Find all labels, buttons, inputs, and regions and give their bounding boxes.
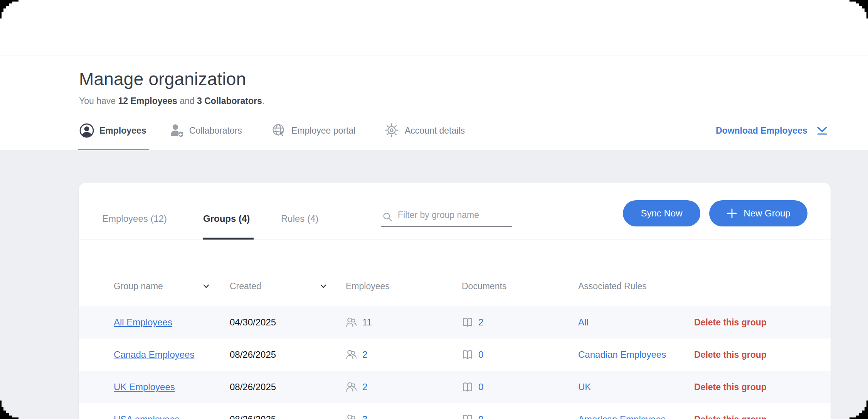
documents-count-link[interactable]: 0 xyxy=(478,382,483,392)
employees-count-link[interactable]: 2 xyxy=(362,349,367,360)
column-header-group-name: Group name xyxy=(114,281,163,291)
created-date: 04/30/2025 xyxy=(230,317,276,328)
group-name-link[interactable]: USA employees xyxy=(114,414,180,419)
employees-count-text: 12 Employees xyxy=(118,96,177,106)
book-icon xyxy=(462,317,473,328)
delete-group-button[interactable]: Delete this group xyxy=(694,414,767,419)
people-icon xyxy=(346,414,357,419)
documents-count-link[interactable]: 0 xyxy=(478,414,483,419)
groups-card: Employees (12) Groups (4) Rules (4) Sync… xyxy=(79,183,831,419)
created-date: 08/26/2025 xyxy=(230,414,276,419)
group-name-link[interactable]: UK Employees xyxy=(114,382,175,392)
new-group-button[interactable]: New Group xyxy=(709,200,807,226)
subtitle-text: . xyxy=(262,96,264,106)
page-title: Manage organization xyxy=(79,68,246,90)
table-header-row: Group name Created Employees Documents A… xyxy=(79,266,831,306)
employees-cell: 2 xyxy=(346,349,367,360)
globe-cursor-icon xyxy=(271,123,286,138)
delete-group-button[interactable]: Delete this group xyxy=(694,317,767,328)
group-name-link[interactable]: Canada Employees xyxy=(114,349,194,360)
documents-cell: 0 xyxy=(462,381,483,393)
delete-group-button[interactable]: Delete this group xyxy=(694,350,767,360)
table-row: UK Employees 08/26/2025 2 0 UK Delete th… xyxy=(79,371,831,403)
tab-label: Collaborators xyxy=(189,126,242,136)
group-filter xyxy=(381,206,512,227)
employees-count-link[interactable]: 2 xyxy=(362,382,367,392)
new-group-label: New Group xyxy=(744,208,790,219)
tab-employees[interactable]: Employees xyxy=(79,119,146,142)
group-name-link[interactable]: All Employees xyxy=(114,317,172,328)
sync-now-button[interactable]: Sync Now xyxy=(623,200,700,226)
tab-employee-portal[interactable]: Employee portal xyxy=(271,119,355,142)
documents-cell: 2 xyxy=(462,317,483,328)
documents-count-link[interactable]: 2 xyxy=(478,317,483,328)
tab-account-details[interactable]: Account details xyxy=(384,119,465,142)
employees-cell: 2 xyxy=(346,381,367,393)
people-icon xyxy=(346,349,357,360)
documents-count-link[interactable]: 0 xyxy=(478,349,483,360)
employees-cell: 11 xyxy=(346,317,372,328)
download-icon xyxy=(816,125,828,136)
tab-collaborators[interactable]: Collaborators xyxy=(170,119,242,142)
corner-tear-mark xyxy=(0,400,19,419)
created-date: 08/26/2025 xyxy=(230,349,276,360)
download-label: Download Employees xyxy=(716,126,807,136)
documents-cell: 0 xyxy=(462,414,483,419)
book-icon xyxy=(462,414,473,419)
delete-group-button[interactable]: Delete this group xyxy=(694,382,767,392)
search-icon xyxy=(382,212,393,224)
card-tab-rules[interactable]: Rules (4) xyxy=(281,213,318,225)
employees-cell: 3 xyxy=(346,414,367,419)
associated-rules-link[interactable]: American Employees xyxy=(578,414,666,419)
card-tab-groups[interactable]: Groups (4) xyxy=(203,213,250,225)
people-icon xyxy=(346,317,357,328)
plus-icon xyxy=(726,208,738,219)
subtitle-text: You have xyxy=(79,96,118,106)
table-body: All Employees 04/30/2025 11 2 All Delete… xyxy=(79,306,831,419)
gear-icon xyxy=(384,123,400,138)
corner-tear-mark xyxy=(849,0,868,19)
column-header-documents: Documents xyxy=(462,281,506,291)
associated-rules-link[interactable]: All xyxy=(578,317,589,328)
user-circle-icon xyxy=(79,123,94,138)
corner-tear-mark xyxy=(0,0,19,19)
subtitle-text: and xyxy=(177,96,197,106)
employees-count-link[interactable]: 11 xyxy=(362,317,372,328)
tab-label: Employees xyxy=(99,126,146,136)
collaborators-count-text: 3 Collaborators xyxy=(197,96,262,106)
chevron-down-icon[interactable] xyxy=(202,282,211,291)
download-employees-button[interactable]: Download Employees xyxy=(716,119,828,142)
people-icon xyxy=(346,381,357,393)
table-row: All Employees 04/30/2025 11 2 All Delete… xyxy=(79,306,831,339)
tab-label: Employee portal xyxy=(291,126,355,136)
created-date: 08/26/2025 xyxy=(230,382,276,392)
column-header-employees: Employees xyxy=(346,281,390,291)
book-icon xyxy=(462,349,473,360)
book-icon xyxy=(462,381,473,393)
tab-label: Account details xyxy=(405,126,465,136)
card-tab-employees[interactable]: Employees (12) xyxy=(102,213,167,225)
column-header-associated-rules: Associated Rules xyxy=(578,281,647,291)
corner-tear-mark xyxy=(849,400,868,419)
card-divider xyxy=(79,240,831,240)
associated-rules-link[interactable]: Canadian Employees xyxy=(578,349,666,360)
page-subtitle: You have 12 Employees and 3 Collaborator… xyxy=(79,95,264,107)
employees-count-link[interactable]: 3 xyxy=(362,414,367,419)
column-header-created: Created xyxy=(230,281,261,291)
chevron-down-icon[interactable] xyxy=(319,282,328,291)
associated-rules-link[interactable]: UK xyxy=(578,382,591,392)
sync-now-label: Sync Now xyxy=(641,208,682,219)
filter-input[interactable] xyxy=(397,210,510,221)
user-shield-icon xyxy=(170,123,184,138)
documents-cell: 0 xyxy=(462,349,483,360)
table-row: USA employees 08/26/2025 3 0 American Em… xyxy=(79,403,831,419)
table-row: Canada Employees 08/26/2025 2 0 Canadian… xyxy=(79,339,831,371)
filter-underline xyxy=(381,226,512,227)
top-divider xyxy=(0,55,868,55)
